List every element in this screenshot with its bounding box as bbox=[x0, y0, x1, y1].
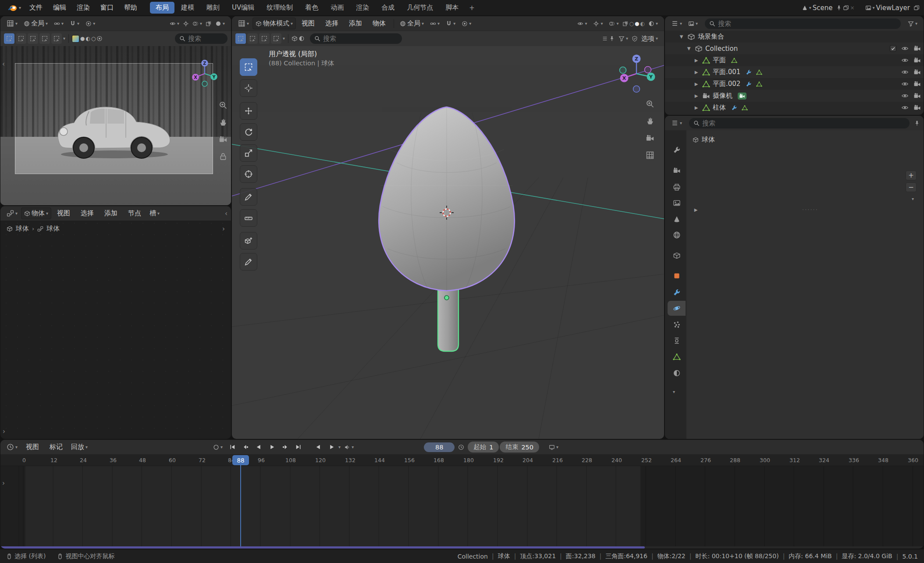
collection-checkbox[interactable] bbox=[890, 45, 896, 52]
expand-icon[interactable]: ▶ bbox=[693, 82, 700, 86]
collapse-header-icon[interactable]: ‹ bbox=[225, 210, 227, 217]
shading-solid-icon[interactable]: ● bbox=[635, 21, 639, 26]
render-visibility-icon[interactable] bbox=[913, 80, 921, 88]
axis-neg-x-ball[interactable] bbox=[645, 67, 651, 73]
hide-eye-icon[interactable] bbox=[901, 57, 909, 64]
sidebar-toggle-icon[interactable]: › bbox=[222, 225, 225, 233]
frame-start-field[interactable]: 起始 1 bbox=[468, 442, 499, 453]
pan-hand-icon[interactable] bbox=[646, 117, 654, 125]
pivot-point-button[interactable]: ▾ bbox=[427, 19, 442, 28]
active-camera-badge[interactable] bbox=[738, 93, 746, 100]
expand-icon[interactable]: ▼ bbox=[686, 46, 692, 51]
new-viewlayer-icon[interactable] bbox=[913, 5, 920, 11]
axis-neg-z-ball[interactable] bbox=[633, 86, 640, 93]
tool-add-primitive[interactable] bbox=[240, 232, 257, 249]
tab-view-layer[interactable] bbox=[668, 196, 686, 210]
tab-world[interactable] bbox=[668, 228, 686, 242]
workspace-tab-texture-paint[interactable]: 纹理绘制 bbox=[261, 2, 299, 14]
search-input[interactable] bbox=[718, 20, 896, 28]
tab-tool[interactable] bbox=[668, 143, 686, 157]
breadcrumb-data[interactable]: 球体 bbox=[46, 224, 60, 233]
workspace-tab-compositing[interactable]: 合成 bbox=[376, 2, 400, 14]
expand-icon[interactable]: ▼ bbox=[678, 34, 685, 39]
viewlayer-selector[interactable]: ▾ ViewLayer bbox=[863, 3, 913, 13]
prev-frame-button[interactable] bbox=[312, 442, 324, 452]
hide-eye-icon[interactable] bbox=[901, 92, 909, 100]
render-visibility-icon[interactable] bbox=[913, 45, 921, 52]
corner-expand-icon[interactable]: › bbox=[3, 428, 5, 435]
hide-eye-icon[interactable] bbox=[901, 104, 909, 111]
hide-eye-icon[interactable] bbox=[901, 80, 909, 88]
breadcrumb-object[interactable]: 球体 bbox=[16, 224, 29, 233]
outliner-row-cylinder[interactable]: ▶ 柱体 bbox=[665, 102, 924, 114]
editor-type-button[interactable]: ▾ bbox=[4, 442, 20, 452]
secondary-viewport-canvas[interactable]: ‹ Z X Y bbox=[0, 46, 231, 205]
shading-wire-icon[interactable]: ○ bbox=[91, 36, 96, 41]
panel-drag-dots[interactable]: ······ bbox=[802, 207, 818, 213]
render-visibility-icon[interactable] bbox=[913, 68, 921, 76]
menu-edit[interactable]: 编辑 bbox=[48, 2, 71, 13]
playhead-line[interactable] bbox=[240, 464, 241, 546]
pivot-point-button[interactable]: ▾ bbox=[51, 19, 66, 28]
next-keyframe-button[interactable] bbox=[279, 442, 291, 452]
select-mode-subtract[interactable] bbox=[28, 33, 38, 44]
xray-toggle-icon[interactable] bbox=[622, 21, 629, 27]
menu-view[interactable]: 视图 bbox=[52, 208, 75, 219]
editor-type-button[interactable]: ▾ bbox=[4, 18, 20, 29]
panel-expand-icon[interactable]: ▶ bbox=[693, 207, 699, 212]
shading-wireframe-icon[interactable]: ○ bbox=[629, 21, 634, 26]
blender-menu-button[interactable]: ▾ bbox=[4, 2, 24, 13]
breadcrumb-object[interactable]: 球体 bbox=[702, 135, 715, 144]
editor-type-button[interactable]: ▾ bbox=[235, 18, 252, 29]
overlays-popover[interactable]: ▾ bbox=[606, 19, 621, 28]
remove-button[interactable]: − bbox=[906, 182, 917, 192]
outliner-row-camera[interactable]: ▶ 摄像机 bbox=[665, 90, 924, 102]
menu-help[interactable]: 帮助 bbox=[119, 2, 142, 13]
select-mode-intersect[interactable] bbox=[271, 33, 281, 44]
outliner-row-collection[interactable]: ▼ Collection bbox=[665, 43, 924, 54]
tab-modifiers[interactable] bbox=[668, 285, 686, 300]
modifier-wrench-icon[interactable] bbox=[746, 81, 752, 87]
outliner-row-scene-collection[interactable]: ▼ 场景集合 bbox=[665, 31, 924, 43]
overlays-popover[interactable]: ▾ bbox=[190, 19, 205, 28]
snapping-button[interactable]: ▾ bbox=[443, 19, 458, 28]
timeline-scrollbar[interactable] bbox=[0, 546, 645, 549]
frame-end-field[interactable]: 结束 250 bbox=[500, 442, 539, 453]
select-mode-intersect[interactable] bbox=[51, 33, 62, 44]
tool-cursor[interactable] bbox=[240, 79, 257, 97]
more-tabs-icon[interactable]: ▾ bbox=[673, 390, 675, 394]
menu-file[interactable]: 文件 bbox=[25, 2, 47, 13]
expand-icon[interactable]: ▶ bbox=[693, 70, 700, 75]
render-visibility-icon[interactable] bbox=[913, 104, 921, 111]
tool-rotate[interactable] bbox=[240, 123, 257, 141]
tab-physics[interactable] bbox=[668, 301, 686, 316]
timeline-body[interactable] bbox=[0, 466, 924, 546]
tool-icon[interactable] bbox=[291, 36, 298, 42]
workspace-tab-modeling[interactable]: 建模 bbox=[175, 2, 200, 14]
outliner-row-plane[interactable]: ▶ 平面 bbox=[665, 54, 924, 66]
outliner-row-plane-002[interactable]: ▶ 平面.002 bbox=[665, 78, 924, 90]
mesh-data-icon[interactable] bbox=[756, 81, 762, 87]
current-frame-field[interactable]: 88 bbox=[424, 442, 455, 452]
falloff-icon[interactable] bbox=[96, 36, 103, 42]
snapping-button[interactable]: ▾ bbox=[67, 19, 82, 28]
visibility-popover[interactable]: ▾ bbox=[575, 19, 590, 28]
render-visibility-icon[interactable] bbox=[913, 92, 921, 100]
search-input[interactable] bbox=[702, 119, 905, 127]
jump-to-end-button[interactable] bbox=[292, 442, 304, 452]
timeline-ruler[interactable]: 0 12 24 36 48 60 72 84 96 108 120 132 14… bbox=[0, 454, 924, 466]
camera-view-icon[interactable] bbox=[219, 135, 227, 144]
scene-selector[interactable]: ▾ Scene bbox=[799, 3, 835, 13]
cylinder-object[interactable] bbox=[438, 283, 458, 351]
menu-object[interactable]: 物体 bbox=[368, 18, 391, 29]
viewport-search-field[interactable] bbox=[310, 33, 402, 44]
camera-view-icon[interactable] bbox=[646, 134, 654, 143]
hide-eye-icon[interactable] bbox=[901, 68, 909, 76]
add-button[interactable]: + bbox=[906, 171, 917, 180]
tab-scene[interactable] bbox=[668, 212, 686, 227]
modifier-wrench-icon[interactable] bbox=[746, 69, 752, 75]
pan-hand-icon[interactable] bbox=[219, 118, 227, 127]
outliner-row-plane-001[interactable]: ▶ 平面.001 bbox=[665, 66, 924, 78]
workspace-tab-scripting[interactable]: 脚本 bbox=[440, 2, 464, 14]
select-mode-subtract[interactable] bbox=[259, 33, 270, 44]
